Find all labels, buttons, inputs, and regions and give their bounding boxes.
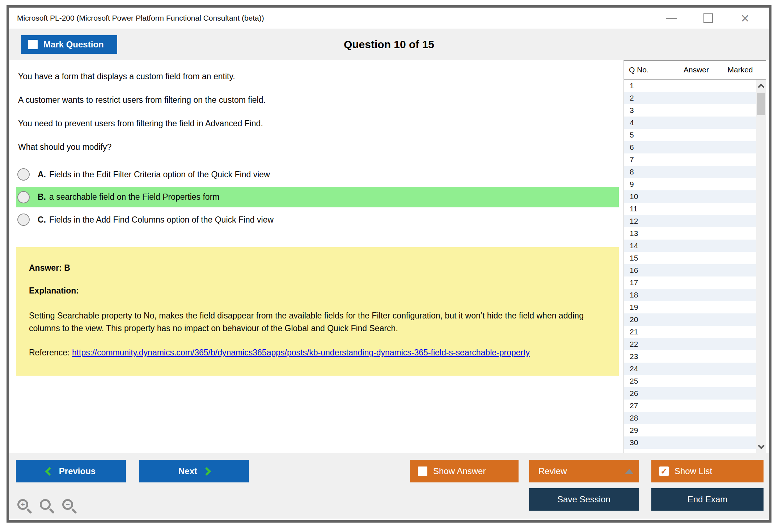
magnifier-icon[interactable]	[40, 499, 51, 511]
chevron-right-icon	[202, 467, 211, 476]
scroll-thumb[interactable]	[757, 93, 765, 115]
question-list-row[interactable]: 17	[624, 276, 756, 289]
zoom-out-icon[interactable]: −	[62, 499, 74, 511]
question-list-row[interactable]: 27	[624, 400, 756, 412]
question-list-body: 1234567891011121314151617181920212223242…	[624, 80, 766, 453]
previous-button[interactable]: Previous	[16, 460, 126, 482]
question-paragraph: You need to prevent users from filtering…	[18, 118, 619, 129]
question-number: 13	[630, 229, 638, 238]
close-button[interactable]: ×	[737, 10, 753, 26]
question-number: 28	[630, 414, 638, 422]
question-number: 17	[630, 278, 638, 287]
option-text: a searchable field on the Field Properti…	[49, 192, 219, 202]
show-answer-checkbox[interactable]	[418, 466, 427, 476]
question-list-row[interactable]: 30	[624, 436, 756, 449]
question-number: 14	[630, 241, 638, 250]
scroll-down-button[interactable]	[756, 441, 766, 452]
previous-label: Previous	[59, 466, 96, 476]
answer-option-b[interactable]: B. a searchable field on the Field Prope…	[16, 187, 619, 207]
question-list-row[interactable]: 7	[624, 153, 756, 166]
question-number: 12	[630, 217, 638, 225]
question-list-row[interactable]: 24	[624, 363, 756, 375]
question-number: 6	[630, 143, 634, 152]
zoom-controls: + −	[17, 499, 74, 511]
question-number: 24	[630, 364, 638, 373]
next-button[interactable]: Next	[139, 460, 249, 482]
option-radio[interactable]	[17, 214, 30, 226]
minimize-button[interactable]	[664, 10, 679, 26]
question-number: 25	[630, 377, 638, 385]
explanation-label: Explanation:	[29, 286, 606, 296]
close-icon: ×	[741, 11, 749, 25]
maximize-button[interactable]	[701, 10, 716, 26]
question-list-row[interactable]: 8	[624, 166, 756, 178]
reference-link[interactable]: https://community.dynamics.com/365/b/dyn…	[72, 348, 530, 357]
question-list-row[interactable]: 4	[624, 117, 756, 129]
chevron-up-icon	[758, 84, 764, 90]
question-number: 2	[630, 94, 634, 102]
zoom-in-icon[interactable]: +	[17, 499, 29, 511]
question-list-row[interactable]: 13	[624, 227, 756, 240]
question-list-row[interactable]: 5	[624, 129, 756, 141]
chevron-down-icon	[758, 442, 764, 449]
answer-option-c[interactable]: C. Fields in the Add Find Columns option…	[16, 210, 619, 229]
show-list-checkbox[interactable]: ✓	[659, 466, 669, 476]
question-number: 10	[630, 192, 638, 201]
question-list-header: Q No. Answer Marked	[624, 61, 766, 80]
question-paragraph: What should you modify?	[18, 142, 619, 152]
question-list-row[interactable]: 25	[624, 375, 756, 387]
question-list-row[interactable]: 21	[624, 326, 756, 338]
mark-question-checkbox[interactable]	[28, 40, 38, 49]
question-list-row[interactable]: 26	[624, 387, 756, 400]
question-number: 7	[630, 155, 634, 164]
app-window: Microsoft PL-200 (Microsoft Power Platfo…	[7, 5, 771, 523]
question-list-row[interactable]: 16	[624, 264, 756, 276]
save-session-button[interactable]: Save Session	[529, 488, 639, 511]
question-list-row[interactable]: 23	[624, 350, 756, 363]
question-list-row[interactable]: 1	[624, 80, 756, 92]
window-controls: ×	[664, 10, 769, 26]
question-number: 23	[630, 352, 638, 361]
explanation-panel: Answer: B Explanation: Setting Searchabl…	[16, 247, 619, 376]
question-paragraph: A customer wants to restrict users from …	[18, 94, 619, 105]
review-button[interactable]: Review	[529, 460, 639, 482]
question-list-row[interactable]: 19	[624, 301, 756, 313]
scroll-up-button[interactable]	[756, 80, 766, 91]
scrollbar[interactable]	[756, 80, 766, 453]
question-number: 29	[630, 426, 638, 435]
question-list-row[interactable]: 28	[624, 412, 756, 424]
answer-label: Answer: B	[29, 263, 606, 273]
question-list-row[interactable]: 18	[624, 289, 756, 301]
question-list-row[interactable]: 20	[624, 313, 756, 326]
end-exam-button[interactable]: End Exam	[651, 488, 764, 511]
show-answer-button[interactable]: Show Answer	[410, 460, 519, 482]
option-radio[interactable]	[17, 168, 30, 181]
question-list-row[interactable]: 14	[624, 240, 756, 252]
column-marked: Marked	[725, 66, 766, 74]
question-list-row[interactable]: 2	[624, 92, 756, 104]
question-list-row[interactable]: 29	[624, 424, 756, 436]
option-radio[interactable]	[17, 191, 30, 203]
question-number: 4	[630, 118, 634, 127]
question-list-row[interactable]: 9	[624, 178, 756, 190]
question-number: 20	[630, 315, 638, 324]
question-number: 19	[630, 303, 638, 312]
question-list-row[interactable]: 11	[624, 203, 756, 215]
question-list-row[interactable]: 22	[624, 338, 756, 350]
question-number: 9	[630, 180, 634, 189]
option-letter: B.	[38, 192, 46, 202]
question-list-row[interactable]: 6	[624, 141, 756, 153]
answer-option-a[interactable]: A. Fields in the Edit Filter Criteria op…	[16, 165, 619, 184]
question-number: 22	[630, 340, 638, 349]
question-list-row[interactable]: 15	[624, 252, 756, 264]
show-list-button[interactable]: ✓ Show List	[651, 460, 764, 482]
show-list-label: Show List	[675, 466, 712, 476]
mark-question-button[interactable]: Mark Question	[21, 35, 117, 54]
question-list-row[interactable]: 12	[624, 215, 756, 227]
question-number: 21	[630, 328, 638, 336]
question-list-row[interactable]: 3	[624, 104, 756, 117]
question-list-row[interactable]: 10	[624, 190, 756, 203]
option-letter: A.	[38, 170, 46, 180]
footer-bar: Previous Next Show Answer Review ✓ Show …	[9, 453, 769, 519]
maximize-icon	[703, 13, 713, 23]
